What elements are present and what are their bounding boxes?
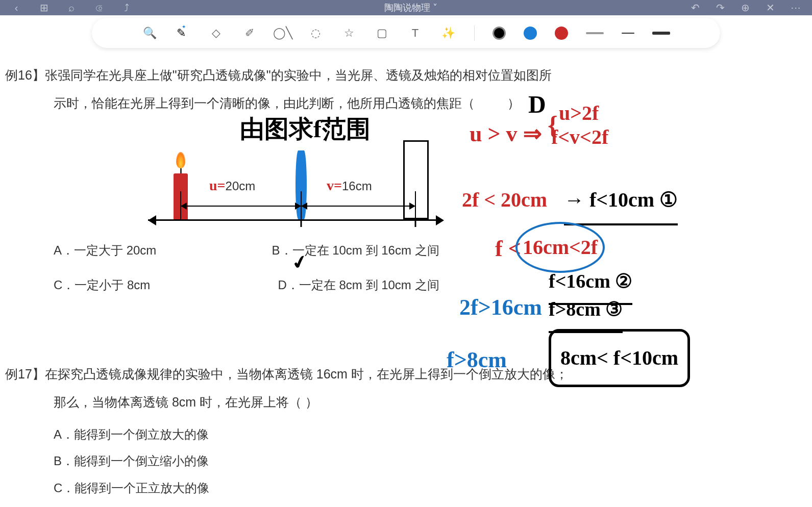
hand-f8: f>8cm ③	[549, 288, 623, 333]
highlighter-tool-icon[interactable]: ✐	[242, 26, 257, 41]
hand-u-prefix: u=	[209, 178, 226, 193]
page-content: 例16】张强同学在光具座上做"研究凸透镜成像"的实验中，当光屏、透镜及烛焰的相对…	[0, 51, 812, 507]
option-17-b: B．能得到一个倒立缩小的像	[54, 448, 807, 475]
search-icon[interactable]: ⌕	[65, 2, 78, 14]
grid-icon[interactable]: ⊞	[38, 2, 50, 14]
option-17-a: A．能得到一个倒立放大的像	[54, 421, 807, 448]
option-16-c: C．一定小于 8cm	[54, 272, 272, 299]
problem-16: 例16】张强同学在光具座上做"研究凸透镜成像"的实验中，当光屏、透镜及烛焰的相对…	[5, 61, 807, 299]
option-16-a: A．一定大于 20cm	[54, 237, 272, 264]
document-title[interactable]: 陶陶说物理 ˅	[384, 2, 437, 14]
close-icon[interactable]: ✕	[765, 2, 777, 14]
v-value: 16cm	[342, 179, 372, 193]
text-tool-icon[interactable]: T	[408, 26, 423, 41]
dimension-u	[181, 206, 301, 207]
share-icon[interactable]: ⤴	[120, 2, 133, 14]
bookmark-icon[interactable]: ⟃	[93, 2, 105, 14]
label-v: v=16cm	[327, 170, 372, 201]
problem-16-label: 例16】	[5, 68, 45, 82]
brush-medium[interactable]	[586, 32, 604, 34]
hand-f10: → f<10cm ①	[564, 178, 678, 225]
add-icon[interactable]: ⊕	[740, 2, 752, 14]
u-value: 20cm	[226, 179, 256, 193]
problem-17-line2: 那么，当物体离透镜 8cm 时，在光屏上将（ ）	[5, 388, 807, 416]
header-left-controls: ‹ ⊞ ⌕ ⟃ ⤴	[10, 2, 133, 14]
hand-uv: u > v ⇒	[470, 110, 542, 159]
hand-brace-bot: f<v<2f	[551, 115, 608, 160]
label-u: u=20cm	[209, 170, 255, 201]
lasso-tool-icon[interactable]: ◌	[308, 26, 324, 41]
magic-tool-icon[interactable]: ✨	[441, 26, 456, 41]
problem-16-line3: ）	[507, 96, 520, 110]
color-black[interactable]	[493, 27, 506, 40]
sticker-tool-icon[interactable]: ☆	[341, 26, 357, 41]
problem-16-line1: 张强同学在光具座上做"研究凸透镜成像"的实验中，当光屏、透镜及烛焰的相对位置如图…	[45, 68, 552, 82]
brush-thin[interactable]	[622, 33, 634, 34]
color-red[interactable]	[555, 27, 568, 40]
dimension-v	[301, 206, 415, 207]
more-icon[interactable]: ⋯	[790, 2, 802, 14]
hand-title: 由图求f范围	[240, 102, 371, 156]
redo-icon[interactable]: ↷	[715, 2, 727, 14]
header-right-controls: ↶ ↷ ⊕ ✕ ⋯	[690, 2, 802, 14]
app-header: ‹ ⊞ ⌕ ⟃ ⤴ 陶陶说物理 ˅ ↶ ↷ ⊕ ✕ ⋯	[0, 0, 812, 15]
problem-16-text: 例16】张强同学在光具座上做"研究凸透镜成像"的实验中，当光屏、透镜及烛焰的相对…	[5, 61, 807, 117]
hand-2f-20: 2f < 20cm	[462, 178, 547, 222]
image-tool-icon[interactable]: ▢	[375, 26, 390, 41]
drawing-toolbar: 🔍 ✎✦ ◇ ✐ ◯╲ ◌ ☆ ▢ T ✨	[92, 18, 720, 48]
screen-icon	[403, 140, 429, 219]
problem-17-options: A．能得到一个倒立放大的像 B．能得到一个倒立缩小的像 C．能得到一个正立放大的…	[5, 421, 807, 502]
problem-17-label: 例17】	[5, 367, 45, 381]
hand-final-box: 8cm< f<10cm	[549, 329, 690, 387]
optical-bench	[148, 219, 439, 221]
color-blue[interactable]	[524, 27, 537, 40]
option-17-c: C．能得到一个正立放大的像	[54, 475, 807, 502]
hand-v-prefix: v=	[327, 178, 342, 193]
hand-2f-16: 2f>16cm	[459, 283, 542, 333]
brush-thick[interactable]	[652, 32, 670, 35]
hand-brace: {	[548, 97, 558, 153]
zoom-tool-icon[interactable]: 🔍	[142, 26, 158, 41]
toolbar-separator	[474, 26, 475, 41]
pen-tool-icon[interactable]: ✎✦	[176, 26, 191, 41]
back-icon[interactable]: ‹	[10, 2, 22, 14]
shape-line-tool-icon[interactable]: ◯╲	[275, 26, 290, 41]
problem-16-options: A．一定大于 20cm B．一定在 10cm 到 16cm 之间 C．一定小于 …	[5, 237, 490, 299]
hand-f-gt-8: f>8cm	[447, 336, 507, 385]
eraser-tool-icon[interactable]: ◇	[209, 26, 224, 41]
undo-icon[interactable]: ↶	[690, 2, 702, 14]
